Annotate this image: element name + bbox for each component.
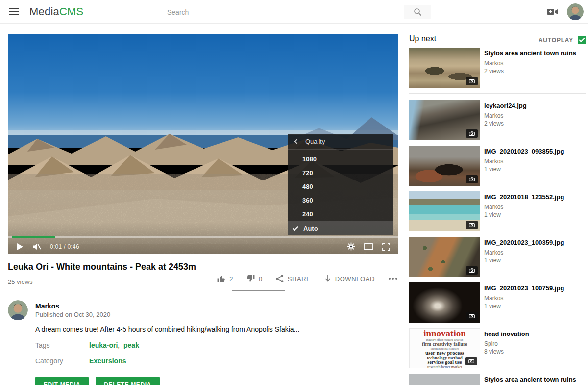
item-title: head inovation	[484, 330, 529, 338]
quality-option-480[interactable]: 480	[288, 180, 393, 194]
tag-link-leuka-ori[interactable]: leuka-ori	[89, 341, 118, 349]
quality-menu: Quality 1080 720 480 360 240 Auto	[288, 134, 393, 235]
tag-separator: ,	[118, 341, 120, 349]
theater-mode-button[interactable]	[363, 241, 374, 252]
camera-icon	[469, 268, 475, 273]
quality-menu-back[interactable]: Quality	[288, 134, 393, 150]
quality-option-1080[interactable]: 1080	[288, 153, 393, 166]
item-author: Spiro	[484, 340, 529, 348]
up-next-item[interactable]: IMG_20201023_100759.jpg Markos 1 view	[409, 282, 586, 323]
up-next-item[interactable]: Stylos area ancient town ruins	[409, 374, 586, 385]
mute-button[interactable]	[31, 241, 42, 252]
dislike-count: 0	[259, 275, 263, 282]
item-author: Markos	[484, 157, 564, 165]
image-type-badge	[466, 221, 478, 229]
camera-icon	[469, 314, 475, 318]
delete-media-button[interactable]: DELETE MEDIA	[96, 377, 160, 385]
autoplay-checkbox[interactable]	[578, 36, 586, 44]
up-next-sidebar: Up next AUTOPLAY Stylos area ancient tow…	[409, 34, 586, 385]
video-thumbnail	[409, 374, 480, 385]
video-thumbnail	[409, 100, 480, 140]
menu-icon[interactable]	[9, 8, 19, 15]
item-author: Markos	[484, 249, 564, 257]
avatar-image	[567, 3, 584, 20]
user-avatar[interactable]	[567, 3, 584, 20]
up-next-item[interactable]: Stylos area ancient town ruins Markos 2 …	[409, 48, 586, 88]
video-player[interactable]: Quality 1080 720 480 360 240 Auto	[8, 34, 398, 254]
brand-logo[interactable]: MediaCMS	[29, 5, 83, 18]
image-type-badge	[466, 129, 478, 138]
thumbs-down-icon	[246, 274, 255, 283]
image-type-badge	[466, 357, 477, 365]
search-button[interactable]	[404, 5, 431, 19]
search-input[interactable]	[162, 5, 404, 19]
section-divider	[8, 291, 398, 291]
checkmark-icon	[293, 225, 298, 231]
like-ratio-bar	[232, 290, 285, 291]
share-icon	[275, 274, 284, 283]
progress-played	[12, 236, 55, 238]
autoplay-label: AUTOPLAY	[539, 37, 573, 44]
video-description: A dream comes true! After 4-5 hours of c…	[35, 325, 339, 333]
main-content: Quality 1080 720 480 360 240 Auto	[8, 34, 398, 254]
up-next-item[interactable]: innovation industry effect reduced devel…	[409, 328, 586, 368]
item-title: Stylos area ancient town ruins	[484, 375, 576, 384]
camera-icon	[469, 79, 475, 83]
item-author: Markos	[484, 294, 564, 302]
item-title: IMG_20201023_100359.jpg	[484, 238, 564, 247]
item-views: 2 views	[484, 67, 576, 75]
video-title: Leuka Ori - White mountains - Peak at 24…	[8, 262, 302, 272]
author-avatar[interactable]	[8, 300, 28, 320]
quality-option-720[interactable]: 720	[288, 166, 393, 180]
thumbs-up-icon	[217, 274, 226, 283]
item-author: Markos	[484, 59, 576, 67]
tags-value: leuka-ori, peak	[89, 341, 139, 349]
video-thumbnail	[409, 282, 480, 323]
up-next-item[interactable]: IMG_20201018_123552.jpg Markos 1 view	[409, 191, 586, 231]
word-cloud-thumbnail: innovation industry effect reduced devel…	[409, 328, 480, 368]
progress-bar[interactable]	[8, 236, 398, 238]
muted-volume-icon	[32, 242, 42, 251]
item-title: IMG_20201023_093855.jpg	[484, 147, 564, 155]
settings-button[interactable]	[345, 241, 356, 252]
player-controls: 0:01 / 0:46	[8, 239, 398, 254]
quality-option-360[interactable]: 360	[288, 194, 393, 207]
item-views: 1 view	[484, 211, 564, 219]
up-next-item[interactable]: IMG_20201023_093855.jpg Markos 1 view	[409, 146, 586, 186]
item-views: 2 views	[484, 120, 527, 128]
play-button[interactable]	[15, 241, 25, 252]
dislike-button[interactable]: 0	[246, 274, 263, 283]
fullscreen-button[interactable]	[381, 241, 392, 252]
like-button[interactable]: 2	[217, 274, 233, 283]
publish-date: Published on Oct 30, 2020	[35, 311, 110, 318]
view-count: 25 views	[8, 278, 33, 285]
up-next-item[interactable]: IMG_20201023_100359.jpg Markos 1 view	[409, 237, 586, 277]
author-name[interactable]: Markos	[35, 302, 59, 310]
image-type-badge	[466, 312, 478, 320]
item-title: IMG_20201018_123552.jpg	[484, 193, 564, 201]
image-type-badge	[466, 266, 478, 275]
category-link-excursions[interactable]: Excursions	[89, 357, 126, 365]
video-thumbnail	[409, 48, 480, 88]
top-bar: MediaCMS	[0, 0, 588, 24]
back-chevron-icon	[294, 139, 299, 144]
download-label: DOWNLOAD	[335, 275, 375, 282]
up-next-list: Stylos area ancient town ruins Markos 2 …	[409, 48, 586, 385]
upload-media-button[interactable]	[546, 7, 559, 16]
item-views: 1 view	[484, 257, 564, 264]
gear-icon	[347, 242, 355, 251]
quality-option-240[interactable]: 240	[288, 207, 393, 221]
up-next-item[interactable]: leykaori24.jpg Markos 2 views	[409, 100, 586, 140]
download-button[interactable]: DOWNLOAD	[324, 274, 375, 283]
quality-option-auto-selected[interactable]: Auto	[288, 221, 393, 235]
tag-link-peak[interactable]: peak	[123, 341, 139, 349]
play-icon	[17, 243, 23, 250]
time-display: 0:01 / 0:46	[50, 243, 79, 250]
camera-icon	[469, 223, 475, 227]
share-label: SHARE	[288, 275, 311, 282]
list-divider	[409, 93, 586, 94]
more-options-button[interactable]	[388, 275, 398, 282]
edit-media-button[interactable]: EDIT MEDIA	[35, 377, 89, 385]
share-button[interactable]: SHARE	[275, 274, 311, 283]
video-thumbnail	[409, 146, 480, 186]
